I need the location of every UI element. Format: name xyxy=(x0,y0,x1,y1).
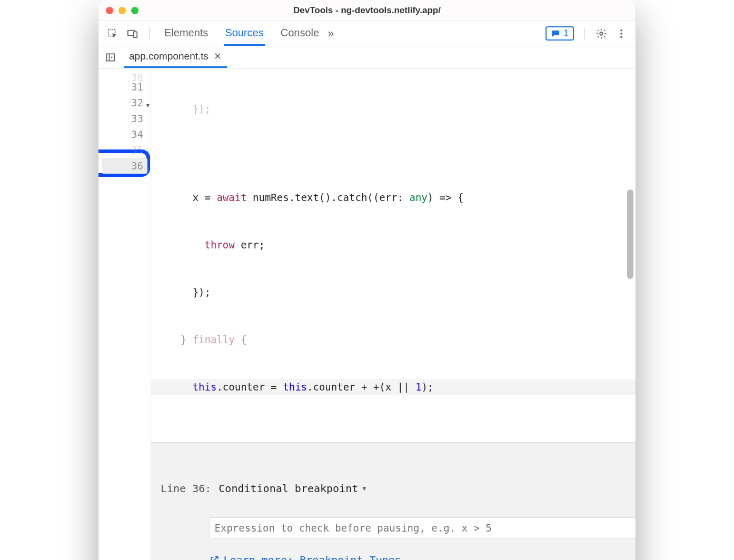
toolbar-separator xyxy=(149,27,150,40)
external-link-icon xyxy=(209,555,220,560)
code-area[interactable]: }); x = await numRes.text().catch((err: … xyxy=(151,68,636,560)
titlebar: DevTools - ng-devtools.netlify.app/ xyxy=(98,0,636,21)
main-toolbar: Elements Sources Console » 1 xyxy=(98,21,636,46)
svg-rect-2 xyxy=(134,32,137,37)
issues-count: 1 xyxy=(563,28,569,39)
code-line-highlighted: this.counter = this.counter + +(x || 1); xyxy=(151,379,636,395)
devtools-window: DevTools - ng-devtools.netlify.app/ Elem… xyxy=(98,0,636,560)
svg-point-4 xyxy=(620,29,622,31)
breakpoint-line-label: Line 36: xyxy=(161,481,211,496)
window-title: DevTools - ng-devtools.netlify.app/ xyxy=(98,5,636,16)
line-gutter[interactable]: 30 31 32 33 34 35 36 xyxy=(98,68,151,560)
breakpoint-editor-panel: Line 36: Conditional breakpoint Learn mo… xyxy=(151,442,636,560)
maximize-window-button[interactable] xyxy=(131,7,138,14)
learn-more-link[interactable]: Learn more: Breakpoint Types xyxy=(209,552,401,560)
minimize-window-button[interactable] xyxy=(118,7,126,14)
svg-point-5 xyxy=(620,33,622,35)
message-icon xyxy=(551,29,560,38)
line-number[interactable]: 34 xyxy=(98,126,143,142)
svg-rect-7 xyxy=(107,54,115,61)
line-number[interactable]: 35 xyxy=(98,142,143,158)
kebab-menu-icon[interactable] xyxy=(612,25,630,43)
inspect-element-icon[interactable] xyxy=(104,25,122,43)
code-line: } finally { xyxy=(151,332,636,347)
device-toolbar-icon[interactable] xyxy=(124,25,142,43)
file-tabs-bar: app.component.ts ✕ xyxy=(98,46,636,68)
more-tabs-button[interactable]: » xyxy=(328,27,334,41)
tab-console[interactable]: Console xyxy=(280,21,320,46)
line-number[interactable]: 33 xyxy=(98,111,143,126)
tab-elements[interactable]: Elements xyxy=(163,21,209,46)
panel-tabs: Elements Sources Console xyxy=(163,21,320,46)
settings-icon[interactable] xyxy=(592,25,610,43)
code-line: }); xyxy=(151,284,636,300)
issues-badge[interactable]: 1 xyxy=(545,26,574,41)
svg-point-6 xyxy=(620,36,622,38)
breakpoint-type-dropdown[interactable]: Conditional breakpoint xyxy=(219,481,366,496)
close-window-button[interactable] xyxy=(106,7,113,14)
line-number-highlighted[interactable]: 36 xyxy=(102,158,147,174)
code-line xyxy=(151,142,636,158)
line-number[interactable]: 32 xyxy=(98,95,143,111)
traffic-lights xyxy=(106,7,138,14)
line-number[interactable]: 31 xyxy=(98,79,143,95)
file-tab-label: app.component.ts xyxy=(129,51,209,62)
show-navigator-icon[interactable] xyxy=(103,49,118,65)
tab-sources[interactable]: Sources xyxy=(224,21,264,46)
code-line: }); xyxy=(151,101,636,111)
file-tab-app-component[interactable]: app.component.ts ✕ xyxy=(124,46,227,68)
code-line: x = await numRes.text().catch((err: any)… xyxy=(151,189,636,205)
toolbar-separator xyxy=(584,27,585,40)
code-line: throw err; xyxy=(151,237,636,253)
breakpoint-condition-input[interactable] xyxy=(209,517,636,538)
editor: 30 31 32 33 34 35 36 }); x = await numRe… xyxy=(98,68,636,560)
close-file-icon[interactable]: ✕ xyxy=(214,51,222,62)
vertical-scrollbar[interactable] xyxy=(627,189,633,279)
svg-point-3 xyxy=(600,32,603,35)
